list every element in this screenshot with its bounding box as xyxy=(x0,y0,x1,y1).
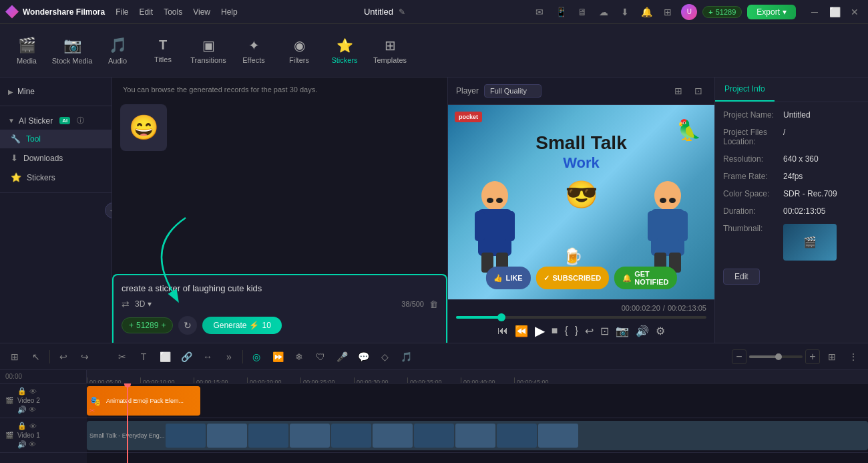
apps-icon[interactable]: ⊞ xyxy=(660,4,676,20)
close-button[interactable]: ✕ xyxy=(847,4,863,20)
track1-audio-icon[interactable]: 🔊 xyxy=(17,440,27,449)
transition-tl-icon[interactable]: ↔ xyxy=(198,347,217,366)
sticker-tl-icon[interactable]: ◎ xyxy=(247,347,266,366)
points-cost-button[interactable]: + 51289 + xyxy=(122,317,173,333)
step-back-icon[interactable]: ⏪ xyxy=(515,325,528,337)
cut-icon[interactable]: ✂ xyxy=(113,347,132,366)
sidebar-item-tool[interactable]: 🔧 Tool xyxy=(0,130,112,148)
crop-icon[interactable]: ⬜ xyxy=(156,347,174,366)
tool-transitions[interactable]: ▣ Transitions xyxy=(187,27,230,74)
menu-edit[interactable]: Edit xyxy=(139,7,153,17)
clip-video2[interactable]: 🎭 Animated Emoji Pack Elem... ✂ xyxy=(87,386,200,416)
refresh-button[interactable]: ↻ xyxy=(178,316,197,335)
grid-tl-icon[interactable]: ⊞ xyxy=(823,347,841,366)
pip-icon[interactable]: ⊡ xyxy=(600,325,609,337)
stop-icon[interactable]: ■ xyxy=(552,325,558,337)
mine-section-header[interactable]: ▶ Mine xyxy=(0,83,112,100)
tool-effects[interactable]: ✦ Effects xyxy=(232,27,275,74)
tab-project-info[interactable]: Project Info xyxy=(715,78,775,102)
maximize-button[interactable]: ⬜ xyxy=(827,4,843,20)
tool-filters[interactable]: ◉ Filters xyxy=(278,27,320,74)
subscribe-button[interactable]: ✓ SUBSCRIBED xyxy=(535,267,609,289)
playback-thumb[interactable] xyxy=(497,313,505,321)
quality-select[interactable]: Full Quality 1/2 Quality 1/4 Quality xyxy=(484,84,541,98)
select-tool-icon[interactable]: ↖ xyxy=(27,347,45,366)
sticker-item[interactable]: 😄 xyxy=(120,104,167,151)
volume-icon[interactable]: 🔊 xyxy=(636,325,649,337)
info-icon[interactable]: ⓘ xyxy=(77,116,84,126)
zoom-in-button[interactable]: + xyxy=(805,349,820,364)
avatar[interactable]: U xyxy=(681,4,697,20)
playback-timeline[interactable] xyxy=(456,316,706,319)
shuffle-icon[interactable]: ⇄ xyxy=(122,299,130,309)
cloud-icon[interactable]: ☁ xyxy=(596,4,612,20)
text-icon[interactable]: T xyxy=(134,347,153,366)
redo-icon[interactable]: ↪ xyxy=(75,347,94,366)
sidebar-item-downloads[interactable]: ⬇ Downloads xyxy=(0,148,112,168)
generate-cost-value: 10 xyxy=(262,321,270,330)
tool-templates[interactable]: ⊞ Templates xyxy=(369,27,411,74)
zoom-slider[interactable] xyxy=(749,355,803,358)
tool-titles[interactable]: T Titles xyxy=(142,27,184,74)
ruler-row: 00:00 00:00:05:00 00:00:10:00 00:00:15:0… xyxy=(0,370,868,383)
bracket-left-icon[interactable]: { xyxy=(564,325,568,337)
tool-audio[interactable]: 🎵 Audio xyxy=(96,27,139,74)
split-view-icon[interactable]: ⊞ xyxy=(5,347,24,366)
grid-view-icon[interactable]: ⊞ xyxy=(670,83,686,99)
collapse-panel-button[interactable]: ◀ xyxy=(105,202,112,218)
like-button[interactable]: 👍 LIKE xyxy=(485,267,530,289)
snapshot-icon[interactable]: 📷 xyxy=(616,325,629,337)
expand-view-icon[interactable]: ⊡ xyxy=(690,83,706,99)
title-edit-icon[interactable]: ✎ xyxy=(399,7,405,17)
track1-eye-icon[interactable]: 👁 xyxy=(29,422,37,430)
tool-stock-media[interactable]: 📷 Stock Media xyxy=(51,27,93,74)
send-icon[interactable]: ✉ xyxy=(531,4,548,20)
settings-icon[interactable]: ⚙ xyxy=(656,325,665,337)
download-icon[interactable]: ⬇ xyxy=(617,4,633,20)
minimize-button[interactable]: ─ xyxy=(807,4,823,20)
undo-icon[interactable]: ↩ xyxy=(54,347,73,366)
mask-icon[interactable]: 🛡 xyxy=(311,347,330,366)
freeze-icon[interactable]: ❄ xyxy=(290,347,308,366)
notify-button[interactable]: 🔔 GET NOTIFIED xyxy=(614,267,676,289)
edit-thumbnail-button[interactable]: Edit xyxy=(723,269,760,285)
bracket-right-icon[interactable]: } xyxy=(575,325,578,337)
track2-visible-icon[interactable]: 👁 xyxy=(29,406,36,414)
more-options-icon[interactable]: ⋮ xyxy=(844,347,863,366)
track2-lock-icon[interactable]: 🔒 xyxy=(17,387,27,396)
menu-help[interactable]: Help xyxy=(221,7,238,17)
points-badge[interactable]: + 51289 xyxy=(702,6,742,18)
sidebar-item-stickers[interactable]: ⭐ Stickers xyxy=(0,168,112,187)
project-title[interactable]: Untitled xyxy=(364,7,393,17)
delete-icon[interactable]: 🗑 xyxy=(429,299,438,309)
skip-back-icon[interactable]: ⏮ xyxy=(497,325,508,337)
track1-lock-icon[interactable]: 🔒 xyxy=(17,422,27,430)
generate-button[interactable]: Generate ⚡ 10 xyxy=(202,317,281,334)
monitor-icon[interactable]: 🖥 xyxy=(574,4,590,20)
zoom-out-button[interactable]: − xyxy=(732,349,746,364)
ai-sticker-header[interactable]: ▼ AI Sticker AI ⓘ xyxy=(0,112,112,130)
more-icon[interactable]: » xyxy=(220,347,238,366)
tool-media[interactable]: 🎬 Media xyxy=(5,27,48,74)
play-button[interactable]: ▶ xyxy=(535,323,545,339)
clip-video1[interactable]: Small Talk - Everyday Eng... xyxy=(87,421,868,450)
loop-icon[interactable]: ↩ xyxy=(585,325,594,337)
phone-icon[interactable]: 📱 xyxy=(553,4,569,20)
keyframe-icon[interactable]: ◇ xyxy=(375,347,394,366)
menu-view[interactable]: View xyxy=(193,7,210,17)
subtitles-icon[interactable]: 💬 xyxy=(354,347,373,366)
track1-visible-icon[interactable]: 👁 xyxy=(29,440,36,449)
voiceover-icon[interactable]: 🎤 xyxy=(333,347,351,366)
link-icon[interactable]: 🔗 xyxy=(177,347,196,366)
playhead[interactable] xyxy=(127,383,128,463)
bell-icon[interactable]: 🔔 xyxy=(638,4,654,20)
beatmark-icon[interactable]: 🎵 xyxy=(397,347,415,366)
speed-icon[interactable]: ⏩ xyxy=(268,347,287,366)
tool-stickers[interactable]: ⭐ Stickers xyxy=(323,27,366,74)
menu-tools[interactable]: Tools xyxy=(164,7,182,17)
style-selector[interactable]: 3D ▾ xyxy=(135,299,152,309)
track2-eye-icon[interactable]: 👁 xyxy=(29,388,37,396)
menu-file[interactable]: File xyxy=(116,7,128,17)
export-button[interactable]: Export ▾ xyxy=(747,5,796,19)
track2-audio-icon[interactable]: 🔊 xyxy=(17,406,27,414)
